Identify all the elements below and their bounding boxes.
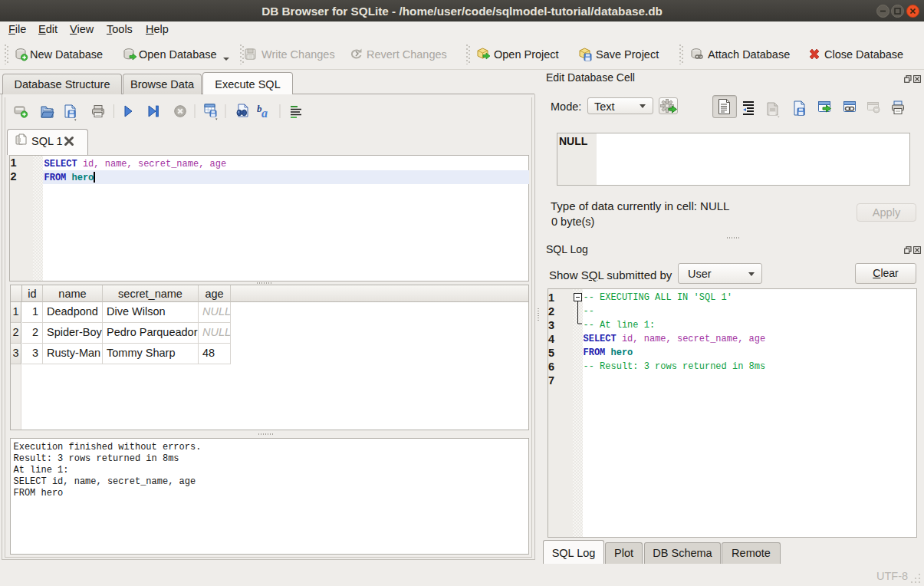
svg-text:a: a xyxy=(261,107,268,120)
